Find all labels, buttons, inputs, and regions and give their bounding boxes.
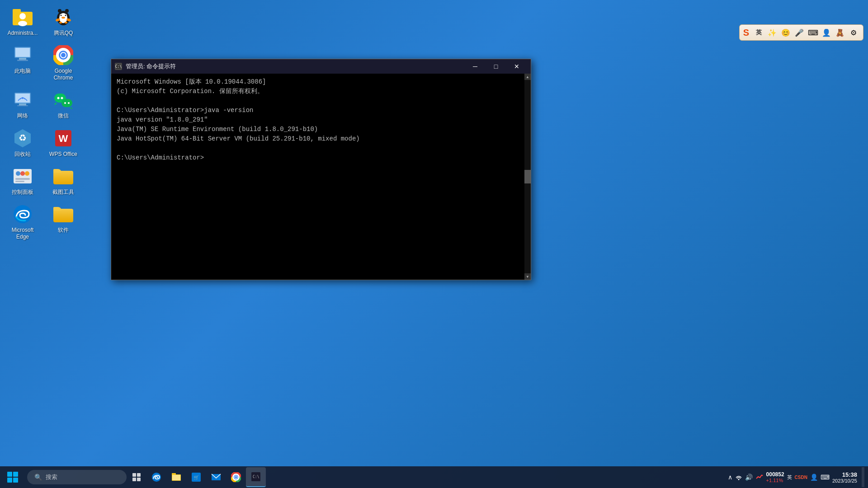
search-placeholder-text: 搜索 bbox=[46, 473, 57, 481]
svg-text:C:\: C:\ bbox=[253, 475, 259, 479]
wps-icon: W bbox=[52, 127, 74, 149]
recycle-icon-label: 回收站 bbox=[14, 151, 31, 157]
svg-rect-45 bbox=[15, 181, 24, 182]
tray-overflow-btn[interactable]: ∧ bbox=[728, 474, 732, 481]
tray-language-icon[interactable]: 英 bbox=[787, 474, 792, 481]
svg-rect-33 bbox=[61, 99, 72, 107]
taskbar-edge-btn[interactable] bbox=[146, 467, 166, 487]
svg-rect-49 bbox=[132, 473, 136, 477]
control-icon-label: 控制面板 bbox=[12, 189, 33, 195]
mypc-icon-label: 此电脑 bbox=[14, 68, 31, 74]
tray-keyboard-icon[interactable]: ⌨ bbox=[821, 474, 830, 481]
svg-point-2 bbox=[19, 13, 26, 19]
sogou-bear-btn[interactable]: 🧸 bbox=[834, 27, 846, 38]
computer-icon bbox=[12, 44, 33, 66]
clock-date-text: 2023/10/25 bbox=[832, 478, 857, 483]
taskbar-chrome-btn[interactable] bbox=[226, 467, 246, 487]
cmd-scrollbar-thumb[interactable] bbox=[524, 170, 531, 183]
taskbar-taskview-btn[interactable] bbox=[127, 467, 146, 487]
svg-point-34 bbox=[64, 102, 66, 104]
search-icon: 🔍 bbox=[34, 474, 42, 481]
sogou-settings-btn[interactable]: ⚙ bbox=[848, 27, 859, 38]
cmd-titlebar: C:\ 管理员: 命令提示符 ─ □ ✕ bbox=[111, 59, 531, 74]
sogou-voice-btn[interactable]: 🎤 bbox=[793, 27, 805, 38]
desktop-icon-wechat[interactable]: 微信 bbox=[45, 87, 81, 121]
tray-clock[interactable]: 15:38 2023/10/25 bbox=[832, 471, 857, 483]
taskbar-cmd-btn[interactable]: C:\ bbox=[246, 467, 266, 487]
sogou-emoji-btn[interactable]: 😊 bbox=[780, 27, 792, 38]
taskbar-search-box[interactable]: 🔍 搜索 bbox=[27, 470, 127, 484]
desktop-icon-mypc[interactable]: 此电脑 bbox=[5, 42, 41, 83]
svg-point-14 bbox=[65, 22, 67, 23]
edge-icon bbox=[12, 203, 33, 225]
svg-point-41 bbox=[16, 171, 20, 176]
cmd-scroll-up[interactable]: ▲ bbox=[524, 74, 531, 80]
desktop-icon-qq[interactable]: 腾讯QQ bbox=[45, 5, 81, 38]
svg-rect-18 bbox=[15, 48, 30, 57]
tray-user-icon[interactable]: 👤 bbox=[810, 474, 818, 481]
sogou-user-btn[interactable]: 👤 bbox=[821, 27, 832, 38]
network-icon-label: 网络 bbox=[17, 113, 28, 119]
desktop-icon-wps[interactable]: W WPS Office bbox=[45, 126, 81, 159]
cmd-maximize-btn[interactable]: □ bbox=[486, 59, 506, 74]
desktop-icon-control[interactable]: 控制面板 bbox=[5, 164, 41, 197]
screenshot-icon-label: 截图工具 bbox=[52, 189, 74, 195]
tray-network-icon[interactable] bbox=[735, 473, 742, 482]
svg-point-63 bbox=[235, 476, 237, 479]
cmd-title-text: 管理员: 命令提示符 bbox=[126, 62, 465, 70]
svg-rect-52 bbox=[137, 478, 141, 481]
taskbar-mail-btn[interactable] bbox=[206, 467, 226, 487]
svg-point-66 bbox=[738, 479, 739, 480]
cmd-output: Microsoft Windows [版本 10.0.19044.3086] (… bbox=[117, 77, 525, 163]
taskbar: 🔍 搜索 bbox=[0, 466, 868, 488]
tray-csdn-icon[interactable]: CSDN bbox=[795, 475, 807, 480]
svg-rect-51 bbox=[132, 478, 136, 481]
clock-time-text: 15:38 bbox=[842, 471, 857, 478]
svg-point-32 bbox=[61, 97, 63, 99]
desktop-icon-edge[interactable]: Microsoft Edge bbox=[5, 202, 41, 242]
svg-point-8 bbox=[61, 15, 62, 16]
svg-rect-56 bbox=[172, 475, 180, 480]
sogou-keyboard-btn[interactable]: ⌨ bbox=[807, 27, 819, 38]
sogou-ime-toolbar[interactable]: S 英 ✨ 😊 🎤 ⌨ 👤 🧸 ⚙ bbox=[739, 24, 863, 41]
tray-stock-chart-icon bbox=[755, 473, 764, 482]
cmd-body[interactable]: Microsoft Windows [版本 10.0.19044.3086] (… bbox=[111, 74, 531, 280]
desktop-icon-screenshot[interactable]: 截图工具 bbox=[45, 164, 81, 197]
qq-icon bbox=[52, 6, 74, 28]
show-desktop-btn[interactable] bbox=[862, 467, 864, 487]
cmd-scroll-down[interactable]: ▼ bbox=[524, 273, 531, 280]
sogou-mode-btn[interactable]: 英 bbox=[753, 27, 764, 38]
desktop-icon-software[interactable]: 软件 bbox=[45, 202, 81, 242]
svg-rect-44 bbox=[15, 178, 30, 180]
software-icon-label: 软件 bbox=[58, 227, 69, 233]
desktop: S 英 ✨ 😊 🎤 ⌨ 👤 🧸 ⚙ Administra... bbox=[0, 0, 868, 488]
start-button[interactable] bbox=[0, 466, 25, 488]
desktop-icon-network[interactable]: 网络 bbox=[5, 87, 41, 121]
cmd-minimize-btn[interactable]: ─ bbox=[465, 59, 486, 74]
desktop-icon-recycle[interactable]: ♻ 回收站 bbox=[5, 126, 41, 159]
desktop-icon-chrome[interactable]: Google Chrome bbox=[45, 42, 81, 83]
wechat-icon bbox=[52, 89, 74, 111]
sogou-skin-btn[interactable]: ✨ bbox=[766, 27, 778, 38]
taskbar-store-btn[interactable]: 🛒 bbox=[186, 467, 206, 487]
svg-point-3 bbox=[18, 21, 27, 26]
system-tray: ∧ 🔊 000852 +1.11% bbox=[728, 467, 868, 487]
cmd-close-btn[interactable]: ✕ bbox=[506, 59, 527, 74]
wechat-icon-label: 微信 bbox=[58, 113, 69, 119]
cmd-titlebar-icon: C:\ bbox=[115, 63, 122, 70]
tray-stock-info[interactable]: 000852 +1.11% bbox=[766, 471, 784, 483]
screenshot-tool-icon bbox=[52, 165, 74, 187]
tray-volume-icon[interactable]: 🔊 bbox=[745, 474, 753, 481]
desktop-icon-area: Administra... bbox=[5, 5, 81, 242]
svg-point-35 bbox=[68, 102, 70, 104]
taskbar-explorer-btn[interactable] bbox=[166, 467, 186, 487]
desktop-icon-admin[interactable]: Administra... bbox=[5, 5, 41, 38]
qq-icon-label: 腾讯QQ bbox=[54, 30, 73, 36]
svg-point-15 bbox=[58, 9, 61, 13]
svg-rect-28 bbox=[17, 105, 28, 106]
svg-point-24 bbox=[61, 53, 66, 57]
control-panel-icon bbox=[12, 165, 33, 187]
cmd-titlebar-controls: ─ □ ✕ bbox=[465, 59, 527, 74]
cmd-scrollbar[interactable]: ▲ ▼ bbox=[524, 74, 531, 280]
svg-rect-1 bbox=[13, 9, 21, 14]
